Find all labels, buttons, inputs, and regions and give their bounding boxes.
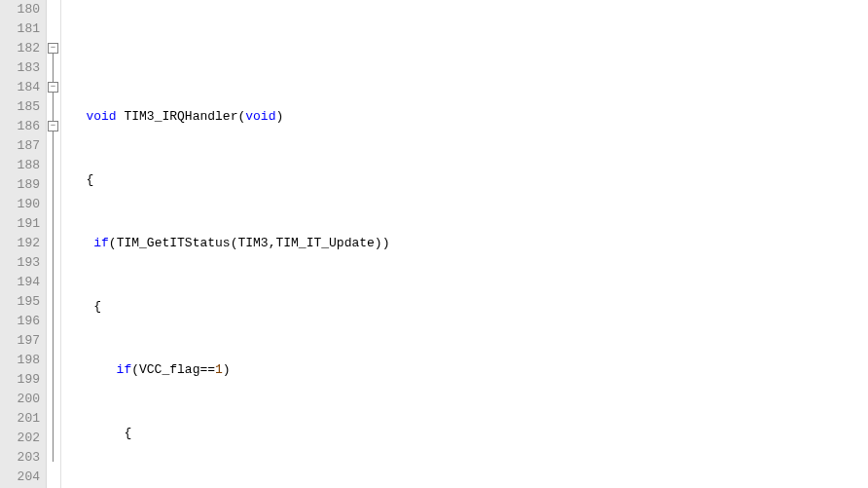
line-number: 201 [0,409,40,429]
line-number: 199 [0,370,40,390]
line-number-gutter: 1801811821831841851861871881891901911921… [0,0,47,488]
line-number: 184 [0,78,40,97]
line-number: 189 [0,175,40,195]
keyword-void: void [86,109,116,124]
fold-toggle[interactable]: − [48,121,58,131]
line-number: 198 [0,351,40,370]
line-number: 196 [0,312,40,331]
fold-toggle[interactable]: − [48,43,58,54]
line-number: 195 [0,292,40,312]
code-area[interactable]: void TIM3_IRQHandler(void) { if(TIM_GetI… [61,0,868,488]
keyword-if: if [117,362,132,377]
number-literal: 1 [215,362,223,377]
code-line[interactable] [63,44,868,63]
line-number: 182 [0,39,40,58]
line-number: 180 [0,0,40,19]
code-line[interactable]: if(TIM_GetITStatus(TIM3,TIM_IT_Update)) [63,234,868,253]
line-number: 202 [0,429,40,448]
code-line[interactable]: void TIM3_IRQHandler(void) [63,107,868,127]
line-number: 185 [0,97,40,117]
code-editor[interactable]: 1801811821831841851861871881891901911921… [0,0,868,488]
line-number: 193 [0,253,40,273]
line-number: 188 [0,156,40,175]
line-number: 192 [0,234,40,253]
line-number: 204 [0,468,40,487]
code-line[interactable]: { [63,424,868,443]
line-number: 183 [0,58,40,78]
code-line[interactable]: { [63,170,868,190]
line-number: 200 [0,390,40,409]
line-number: 194 [0,273,40,292]
code-line[interactable]: if(VCC_flag==1) [63,360,868,380]
keyword-if: if [93,236,109,250]
fold-margin[interactable]: −−− [47,0,61,488]
line-number: 187 [0,136,40,156]
code-line[interactable]: { [63,297,868,317]
line-number: 181 [0,19,40,39]
line-number: 191 [0,214,40,234]
fold-toggle[interactable]: − [48,82,58,93]
line-number: 186 [0,117,40,136]
line-number: 203 [0,448,40,468]
keyword-void: void [245,109,275,124]
line-number: 197 [0,331,40,351]
line-number: 190 [0,195,40,214]
